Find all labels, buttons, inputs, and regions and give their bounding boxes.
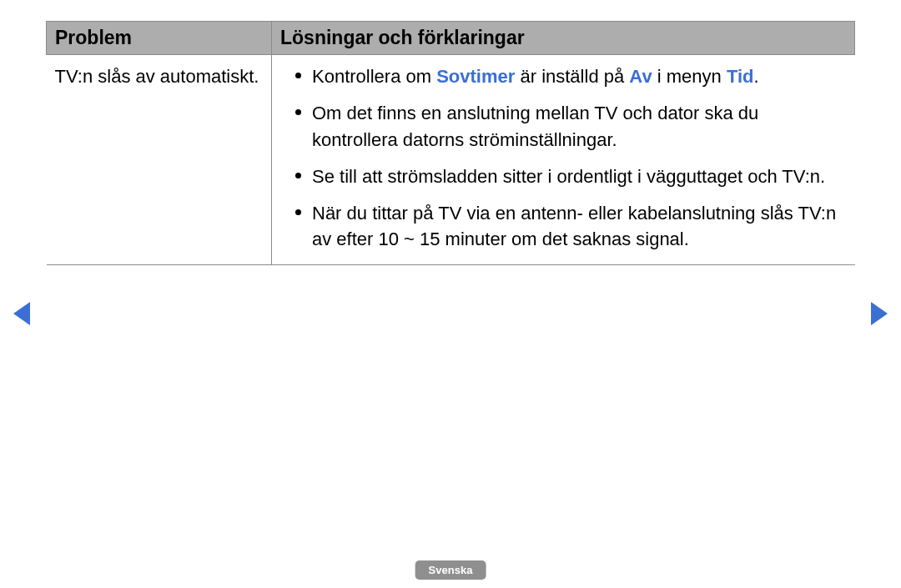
- highlight-tid: Tid: [727, 66, 754, 87]
- problem-cell: TV:n slås av automatiskt.: [47, 55, 272, 265]
- header-problem: Problem: [47, 22, 272, 55]
- list-item: Se till att strömsladden sitter i ordent…: [295, 163, 847, 190]
- list-item: Kontrollera om Sovtimer är inställd på A…: [295, 63, 847, 90]
- table-row: TV:n slås av automatiskt. Kontrollera om…: [47, 55, 855, 265]
- header-solutions: Lösningar och förklaringar: [272, 22, 855, 55]
- highlight-sovtimer: Sovtimer: [436, 66, 515, 87]
- list-item: Om det finns en anslutning mellan TV och…: [295, 100, 847, 153]
- solutions-cell: Kontrollera om Sovtimer är inställd på A…: [272, 55, 855, 265]
- highlight-av: Av: [629, 66, 652, 87]
- next-page-arrow[interactable]: [871, 302, 888, 325]
- prev-page-arrow[interactable]: [13, 302, 30, 325]
- solutions-list: Kontrollera om Sovtimer är inställd på A…: [280, 63, 847, 253]
- troubleshoot-table: Problem Lösningar och förklaringar TV:n …: [46, 21, 855, 265]
- list-item: När du tittar på TV via en antenn- eller…: [295, 200, 847, 254]
- language-badge: Svenska: [415, 560, 486, 580]
